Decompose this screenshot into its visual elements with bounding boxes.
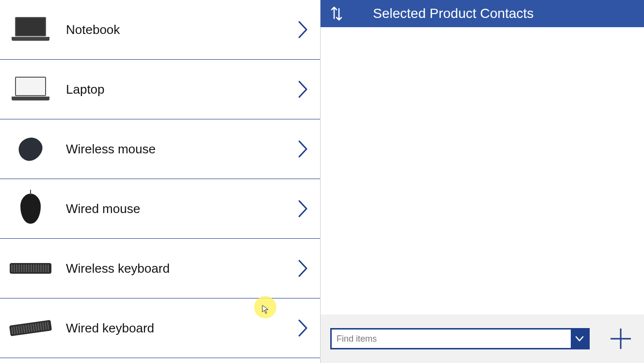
product-label: Wired mouse xyxy=(66,201,298,216)
product-list[interactable]: NotebookLaptopWireless mouseWired mouseW… xyxy=(0,0,320,363)
product-thumb xyxy=(9,192,52,226)
product-row[interactable]: Wired keyboard xyxy=(0,298,320,358)
chevron-right-icon xyxy=(298,80,308,99)
contacts-body[interactable] xyxy=(321,27,644,314)
product-label: Wireless keyboard xyxy=(66,261,298,276)
chevron-right-icon xyxy=(298,319,308,337)
product-row[interactable]: Notebook xyxy=(0,0,320,60)
product-label: Laptop xyxy=(66,82,298,97)
product-label: Wireless mouse xyxy=(66,142,298,157)
product-row[interactable]: Laptop xyxy=(0,60,320,119)
chevron-right-icon xyxy=(298,199,308,218)
app-root: NotebookLaptopWireless mouseWired mouseW… xyxy=(0,0,644,363)
contacts-pane: Selected Product Contacts xyxy=(320,0,644,363)
contacts-footer xyxy=(321,314,644,363)
find-items-input[interactable] xyxy=(332,330,571,348)
product-row[interactable]: Wired mouse xyxy=(0,179,320,239)
product-label: Notebook xyxy=(66,22,298,37)
product-row[interactable]: Wireless keyboard xyxy=(0,239,320,298)
contacts-title: Selected Product Contacts xyxy=(373,6,644,21)
chevron-right-icon xyxy=(298,259,308,278)
contacts-header: Selected Product Contacts xyxy=(321,0,644,27)
product-row[interactable]: Wireless mouse xyxy=(0,119,320,179)
product-thumb xyxy=(9,311,52,345)
chevron-right-icon xyxy=(298,20,308,39)
add-button[interactable] xyxy=(609,327,632,350)
product-thumb xyxy=(9,13,52,47)
find-items-combo[interactable] xyxy=(330,328,590,349)
chevron-down-icon[interactable] xyxy=(571,330,588,348)
product-thumb xyxy=(9,132,52,166)
sort-icon[interactable] xyxy=(329,5,344,22)
product-thumb xyxy=(9,72,52,106)
product-label: Wired keyboard xyxy=(66,321,298,336)
product-thumb xyxy=(9,251,52,285)
chevron-right-icon xyxy=(298,140,308,158)
